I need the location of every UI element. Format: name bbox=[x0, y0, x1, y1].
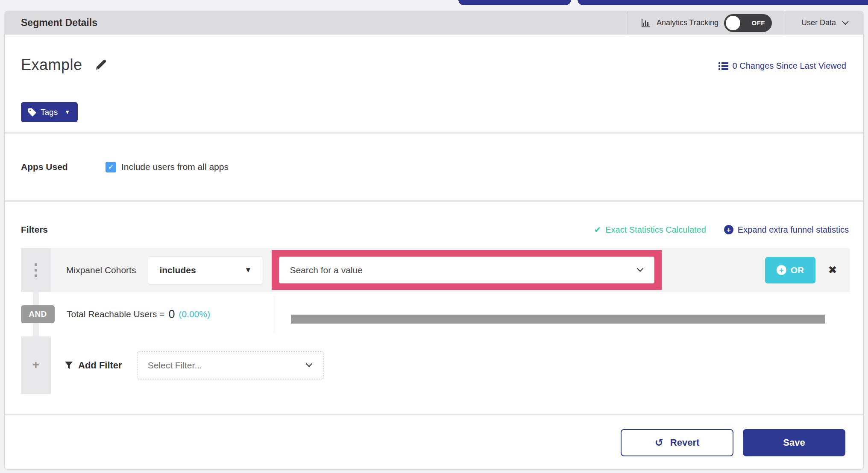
add-filter-button[interactable]: Add Filter bbox=[65, 360, 122, 371]
caret-down-icon: ▼ bbox=[65, 109, 70, 115]
add-filter-label: Add Filter bbox=[78, 360, 122, 371]
filter-group: Mixpanel Cohorts includes ▼ Search for a… bbox=[21, 248, 850, 394]
save-button[interactable]: Save bbox=[743, 429, 845, 456]
user-data-dropdown[interactable]: User Data bbox=[785, 11, 863, 35]
toggle-state-label: OFF bbox=[751, 19, 765, 26]
drag-handle[interactable] bbox=[21, 248, 51, 292]
chevron-down-icon bbox=[842, 21, 849, 25]
reachable-users-count: 0 bbox=[168, 308, 175, 321]
changes-since-last-viewed-link[interactable]: 0 Changes Since Last Viewed bbox=[718, 61, 846, 71]
segment-details-card: Segment Details Analytics Tracking OFF U… bbox=[4, 11, 864, 470]
funnel-icon bbox=[65, 361, 73, 370]
filters-section: Filters ✔ Exact Statistics Calculated + … bbox=[5, 202, 863, 414]
value-placeholder: Search for a value bbox=[290, 265, 362, 275]
analytics-tracking-group: Analytics Tracking OFF bbox=[628, 11, 785, 35]
value-search-select[interactable]: Search for a value bbox=[279, 257, 654, 283]
page-title: Segment Details bbox=[5, 17, 97, 29]
select-filter-placeholder: Select Filter... bbox=[148, 360, 202, 371]
add-or-condition-button[interactable]: + OR bbox=[765, 257, 815, 283]
or-button-label: OR bbox=[791, 265, 804, 275]
revert-button[interactable]: ↺ Revert bbox=[621, 429, 733, 456]
exact-statistics-status: ✔ Exact Statistics Calculated bbox=[594, 225, 706, 235]
apps-used-label: Apps Used bbox=[21, 162, 106, 172]
footer-actions: ↺ Revert Save bbox=[5, 415, 863, 470]
segment-name: Example bbox=[21, 56, 82, 74]
chevron-down-icon bbox=[636, 268, 644, 272]
operator-select[interactable]: includes ▼ bbox=[148, 256, 263, 284]
remove-filter-icon[interactable]: ✖ bbox=[815, 264, 850, 276]
title-section: Example 0 Changes Since Last Viewed bbox=[5, 35, 863, 132]
plus-circle-icon: + bbox=[724, 225, 733, 234]
revert-button-label: Revert bbox=[670, 437, 699, 448]
filters-heading: Filters bbox=[21, 225, 48, 235]
reachable-users-label: Total Reachable Users = bbox=[67, 309, 164, 319]
top-partial-button-right[interactable] bbox=[578, 0, 868, 5]
expand-funnel-statistics-link[interactable]: + Expand extra funnel statistics bbox=[724, 225, 849, 235]
changes-link-label: 0 Changes Since Last Viewed bbox=[733, 61, 846, 71]
chevron-down-icon bbox=[305, 363, 313, 368]
analytics-tracking-label: Analytics Tracking bbox=[657, 18, 718, 27]
operator-value: includes bbox=[159, 265, 196, 275]
vertical-divider bbox=[274, 296, 274, 332]
highlighted-region: Search for a value bbox=[272, 250, 662, 290]
analytics-tracking-toggle[interactable]: OFF bbox=[724, 14, 772, 32]
add-filter-row: + Add Filter Select Filter... bbox=[21, 336, 850, 394]
filter-row: Mixpanel Cohorts includes ▼ Search for a… bbox=[21, 248, 850, 292]
drag-dots-icon bbox=[35, 263, 37, 277]
top-partial-button-left[interactable] bbox=[458, 0, 571, 5]
and-summary-row: AND Total Reachable Users = 0 (0.00%) bbox=[21, 292, 850, 336]
add-filter-plus-column[interactable]: + bbox=[21, 336, 51, 394]
segment-details-header: Segment Details Analytics Tracking OFF U… bbox=[5, 11, 863, 35]
tags-button-label: Tags bbox=[41, 108, 58, 117]
check-icon: ✓ bbox=[108, 163, 114, 172]
user-data-label: User Data bbox=[801, 18, 836, 27]
bar-chart-icon bbox=[641, 18, 651, 28]
apps-used-section: Apps Used ✓ Include users from all apps bbox=[5, 134, 863, 200]
check-icon: ✔ bbox=[594, 225, 601, 235]
revert-arrow-icon: ↺ bbox=[655, 437, 663, 449]
tags-button[interactable]: Tags ▼ bbox=[21, 102, 78, 122]
plus-circle-icon: + bbox=[777, 265, 786, 275]
and-badge: AND bbox=[21, 305, 55, 323]
select-filter-dropdown[interactable]: Select Filter... bbox=[137, 351, 324, 380]
toggle-knob bbox=[726, 16, 740, 30]
reachable-users-bar bbox=[291, 315, 825, 324]
filter-field-name: Mixpanel Cohorts bbox=[66, 265, 136, 275]
changes-list-icon bbox=[718, 62, 728, 70]
plus-icon: + bbox=[32, 359, 39, 372]
include-all-apps-checkbox[interactable]: ✓ bbox=[106, 162, 116, 172]
exact-statistics-label: Exact Statistics Calculated bbox=[605, 225, 706, 235]
tag-icon bbox=[28, 108, 36, 117]
edit-pencil-icon[interactable] bbox=[94, 58, 108, 72]
expand-link-label: Expand extra funnel statistics bbox=[738, 225, 849, 235]
reachable-users-percent: (0.00%) bbox=[179, 309, 210, 319]
include-all-apps-label: Include users from all apps bbox=[121, 162, 229, 172]
caret-down-icon: ▼ bbox=[245, 266, 252, 274]
